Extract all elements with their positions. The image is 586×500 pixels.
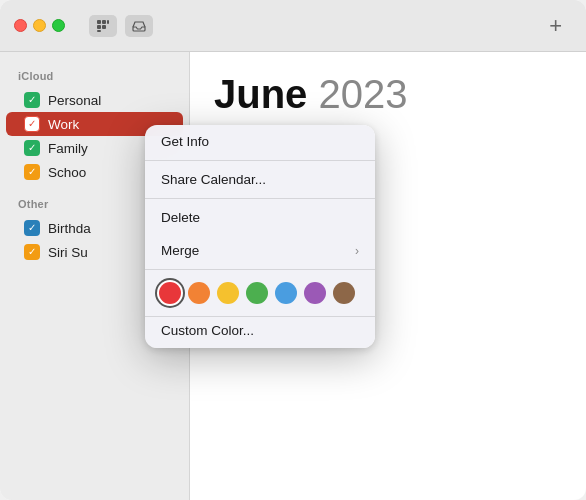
siri-checkbox[interactable]: ✓ bbox=[24, 244, 40, 260]
menu-divider-2 bbox=[145, 198, 375, 199]
calendar-title: June 2023 bbox=[214, 72, 562, 116]
birthdays-label: Birthda bbox=[48, 221, 91, 236]
color-red-button[interactable] bbox=[159, 282, 181, 304]
svg-rect-5 bbox=[97, 30, 101, 32]
family-label: Family bbox=[48, 141, 88, 156]
color-picker-row bbox=[145, 272, 375, 314]
color-orange-button[interactable] bbox=[188, 282, 210, 304]
get-info-menu-item[interactable]: Get Info bbox=[145, 125, 375, 158]
close-button[interactable] bbox=[14, 19, 27, 32]
minimize-button[interactable] bbox=[33, 19, 46, 32]
custom-color-label: Custom Color... bbox=[161, 323, 254, 338]
color-green-button[interactable] bbox=[246, 282, 268, 304]
merge-menu-item[interactable]: Merge › bbox=[145, 234, 375, 267]
custom-color-menu-item[interactable]: Custom Color... bbox=[145, 319, 375, 348]
work-checkbox[interactable]: ✓ bbox=[24, 116, 40, 132]
svg-rect-0 bbox=[97, 20, 101, 24]
family-checkbox[interactable]: ✓ bbox=[24, 140, 40, 156]
menu-divider-4 bbox=[145, 316, 375, 317]
get-info-label: Get Info bbox=[161, 134, 209, 149]
check-icon: ✓ bbox=[28, 167, 36, 177]
check-icon: ✓ bbox=[28, 143, 36, 153]
share-calendar-menu-item[interactable]: Share Calendar... bbox=[145, 163, 375, 196]
check-icon: ✓ bbox=[28, 223, 36, 233]
check-icon: ✓ bbox=[28, 119, 36, 129]
svg-rect-1 bbox=[102, 20, 106, 24]
color-blue-button[interactable] bbox=[275, 282, 297, 304]
maximize-button[interactable] bbox=[52, 19, 65, 32]
check-icon: ✓ bbox=[28, 95, 36, 105]
inbox-button[interactable] bbox=[125, 15, 153, 37]
add-calendar-button[interactable]: + bbox=[549, 13, 572, 39]
merge-label: Merge bbox=[161, 243, 199, 258]
chevron-right-icon: › bbox=[355, 244, 359, 258]
month-label: June bbox=[214, 72, 307, 116]
school-checkbox[interactable]: ✓ bbox=[24, 164, 40, 180]
delete-label: Delete bbox=[161, 210, 200, 225]
traffic-lights bbox=[14, 19, 65, 32]
personal-checkbox[interactable]: ✓ bbox=[24, 92, 40, 108]
delete-menu-item[interactable]: Delete bbox=[145, 201, 375, 234]
title-bar: + bbox=[0, 0, 586, 52]
svg-rect-2 bbox=[107, 20, 109, 24]
sidebar-item-personal[interactable]: ✓ Personal bbox=[6, 88, 183, 112]
menu-divider-1 bbox=[145, 160, 375, 161]
check-icon: ✓ bbox=[28, 247, 36, 257]
menu-divider-3 bbox=[145, 269, 375, 270]
color-yellow-button[interactable] bbox=[217, 282, 239, 304]
icloud-section-header: iCloud bbox=[0, 66, 189, 88]
school-label: Schoo bbox=[48, 165, 86, 180]
grid-view-button[interactable] bbox=[89, 15, 117, 37]
siri-label: Siri Su bbox=[48, 245, 88, 260]
svg-rect-4 bbox=[102, 25, 106, 29]
color-purple-button[interactable] bbox=[304, 282, 326, 304]
year-label: 2023 bbox=[318, 72, 407, 116]
share-calendar-label: Share Calendar... bbox=[161, 172, 266, 187]
context-menu: Get Info Share Calendar... Delete Merge … bbox=[145, 125, 375, 348]
svg-rect-3 bbox=[97, 25, 101, 29]
personal-label: Personal bbox=[48, 93, 101, 108]
color-brown-button[interactable] bbox=[333, 282, 355, 304]
work-label: Work bbox=[48, 117, 79, 132]
birthdays-checkbox[interactable]: ✓ bbox=[24, 220, 40, 236]
title-bar-icons bbox=[89, 15, 153, 37]
